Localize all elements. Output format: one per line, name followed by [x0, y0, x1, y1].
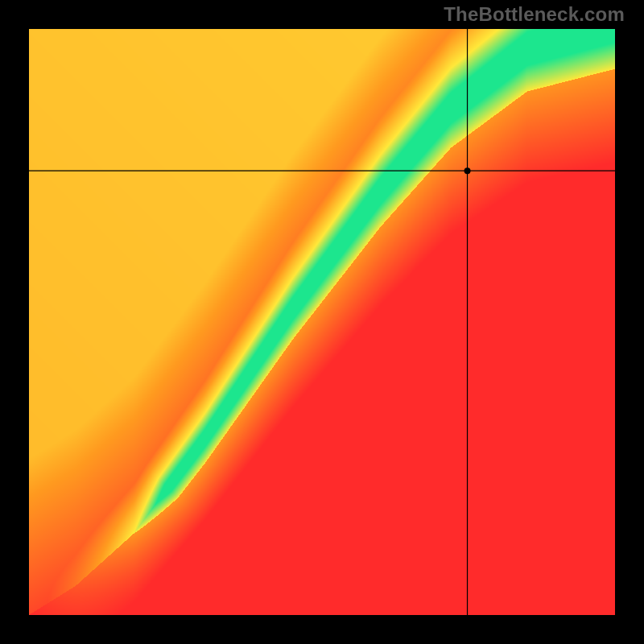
chart-container: TheBottleneck.com: [0, 0, 644, 644]
watermark-text: TheBottleneck.com: [444, 3, 625, 26]
heatmap-plot: [29, 29, 615, 615]
heatmap-canvas: [29, 29, 615, 615]
